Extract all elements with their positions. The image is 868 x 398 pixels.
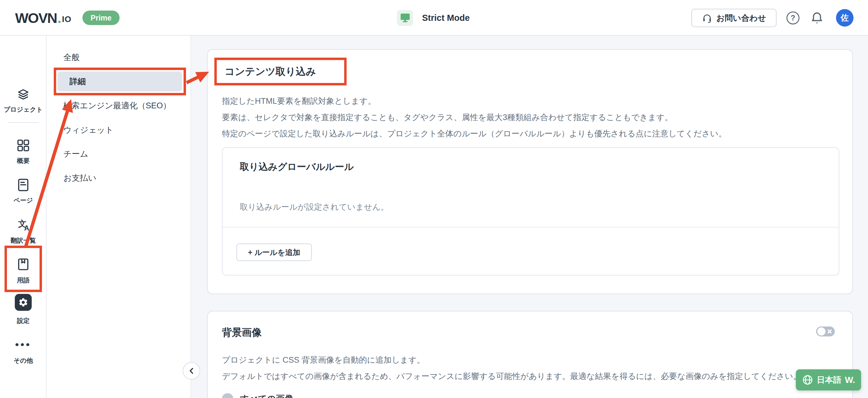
- help-button[interactable]: ?: [786, 11, 800, 25]
- svg-text:A: A: [24, 224, 29, 231]
- sidebar-item-more[interactable]: •••: [0, 341, 46, 347]
- grid-icon: [0, 139, 46, 152]
- contact-label: お問い合わせ: [716, 13, 766, 24]
- sidebar-divider: [7, 122, 39, 123]
- description-line: プロジェクトに CSS 背景画像を自動的に追加します。: [222, 352, 801, 368]
- submenu-item-seo[interactable]: 検索エンジン最適化（SEO）: [63, 98, 171, 113]
- sidebar-item-translations[interactable]: 文 A: [0, 218, 46, 231]
- toggle-off-x-icon: [827, 329, 832, 334]
- document-icon: [0, 178, 46, 192]
- gear-icon: [18, 297, 28, 307]
- sidebar-item-overview[interactable]: [0, 139, 46, 152]
- background-image-card: 背景画像 プロジェクトに CSS 背景画像を自動的に追加します。 デフォルトでは…: [207, 311, 853, 398]
- sidebar-item-pages[interactable]: [0, 178, 46, 192]
- radio-button[interactable]: [222, 393, 234, 398]
- submenu-item-team[interactable]: チーム: [63, 147, 88, 161]
- submenu-item-advanced[interactable]: 詳細: [57, 71, 182, 92]
- language-switcher-widget[interactable]: 日本語 W.: [796, 369, 861, 391]
- headset-icon: [702, 13, 712, 23]
- global-rules-title: 取り込みグローバルルール: [240, 161, 354, 173]
- description-line: デフォルトではすべての画像が含まれるため、パフォーマンスに影響する可能性がありま…: [222, 368, 801, 385]
- logo-dot: .: [57, 10, 61, 26]
- description-line: 指定したHTML要素を翻訳対象とします。: [222, 93, 727, 109]
- book-icon: [0, 258, 46, 271]
- user-avatar[interactable]: 佐: [836, 9, 854, 27]
- wovn-mark: W.: [845, 375, 855, 385]
- submenu-item-advanced-label: 詳細: [69, 71, 86, 92]
- content-import-card: コンテンツ取り込み 指定したHTML要素を翻訳対象とします。 要素は、セレクタで…: [207, 49, 853, 294]
- content-import-description: 指定したHTML要素を翻訳対象とします。 要素は、セレクタで対象を直接指定するこ…: [222, 93, 727, 142]
- sidebar-item-settings[interactable]: [15, 294, 32, 311]
- strict-mode-indicator: Strict Mode: [397, 0, 470, 36]
- wovn-logo[interactable]: WOVN.io: [15, 0, 71, 36]
- wovn-settings-page: WOVN.io Prime Strict Mode お問い合わせ: [0, 0, 868, 398]
- ellipsis-icon: •••: [0, 341, 46, 347]
- notifications-button[interactable]: [810, 11, 824, 25]
- monitor-icon: [397, 10, 413, 26]
- contact-button[interactable]: お問い合わせ: [691, 9, 777, 27]
- sidebar-label-glossary: 用語: [0, 276, 46, 285]
- sidebar-label-settings: 設定: [0, 317, 46, 325]
- content-import-title: コンテンツ取り込み: [217, 65, 316, 78]
- toggle-knob: [817, 327, 826, 336]
- settings-submenu: 全般 詳細 検索エンジン最適化（SEO） ウィジェット チーム お支払い: [46, 36, 191, 398]
- strict-mode-label: Strict Mode: [422, 13, 470, 23]
- chevron-left-icon: [188, 367, 195, 375]
- submenu-item-payment[interactable]: お支払い: [63, 171, 96, 185]
- sidebar-label-more: その他: [0, 356, 46, 365]
- description-line: 要素は、セレクタで対象を直接指定することも、タグやクラス、属性を最大3種類組み合…: [222, 109, 727, 126]
- background-image-title: 背景画像: [222, 326, 262, 339]
- logo-suffix: io: [62, 11, 71, 24]
- submenu-item-widget[interactable]: ウィジェット: [63, 123, 114, 137]
- rulebox-divider: [222, 227, 839, 228]
- app-header: WOVN.io Prime Strict Mode お問い合わせ: [0, 0, 868, 36]
- radio-option-label: すべての画像: [240, 393, 293, 398]
- sidebar-item-project[interactable]: [0, 88, 46, 101]
- language-label: 日本語: [817, 374, 841, 385]
- layers-icon: [0, 88, 46, 101]
- question-mark-icon: ?: [791, 13, 795, 22]
- avatar-initial: 佐: [841, 12, 849, 23]
- global-rules-box: 取り込みグローバルルール 取り込みルールが設定されていません。 + ルールを追加: [222, 147, 839, 275]
- sidebar-item-glossary[interactable]: [0, 258, 46, 271]
- annotation-box-title: コンテンツ取り込み: [214, 58, 347, 86]
- sidebar-label-overview: 概要: [0, 157, 46, 165]
- add-rule-button[interactable]: + ルールを追加: [237, 243, 312, 261]
- submenu-collapse-button[interactable]: [183, 362, 200, 379]
- primary-sidebar: プロジェクト 概要 ページ: [0, 36, 46, 398]
- globe-icon: [802, 374, 813, 386]
- translate-icon: 文 A: [0, 218, 46, 231]
- plan-badge: Prime: [83, 10, 120, 25]
- bell-icon: [810, 11, 824, 25]
- description-line: 特定のページで設定した取り込みルールは、プロジェクト全体のルール（グローバルルー…: [222, 126, 727, 142]
- global-rules-empty-message: 取り込みルールが設定されていません。: [240, 202, 389, 212]
- background-image-option-row: すべての画像: [222, 393, 293, 398]
- submenu-item-general[interactable]: 全般: [63, 50, 80, 65]
- background-image-description: プロジェクトに CSS 背景画像を自動的に追加します。 デフォルトではすべての画…: [222, 352, 801, 385]
- sidebar-label-project: プロジェクト: [0, 105, 46, 114]
- sidebar-label-translations: 翻訳一覧: [0, 236, 46, 245]
- sidebar-label-pages: ページ: [0, 196, 46, 205]
- logo-text: WOVN: [15, 10, 57, 26]
- background-image-toggle[interactable]: [816, 327, 835, 336]
